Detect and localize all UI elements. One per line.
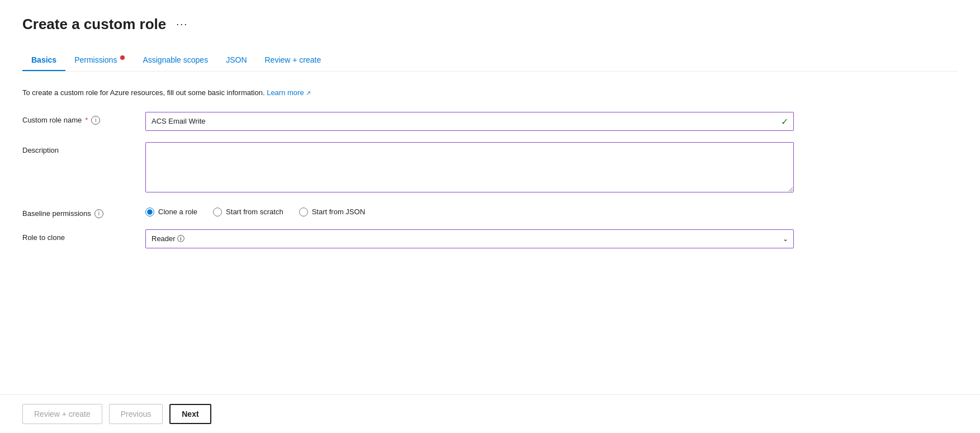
description-control bbox=[145, 142, 794, 194]
next-button[interactable]: Next bbox=[169, 404, 211, 424]
form-description: To create a custom role for Azure resour… bbox=[22, 87, 958, 98]
role-to-clone-control: Reader ⓘ Contributor Owner ⌄ bbox=[145, 229, 794, 248]
role-to-clone-dropdown[interactable]: Reader ⓘ Contributor Owner bbox=[145, 229, 794, 248]
baseline-permissions-label: Baseline permissions i bbox=[22, 205, 145, 218]
review-create-button[interactable]: Review + create bbox=[22, 404, 102, 424]
radio-json[interactable] bbox=[299, 208, 308, 216]
custom-role-name-row: Custom role name * i ✓ bbox=[22, 112, 958, 131]
baseline-permissions-radio-group: Clone a role Start from scratch Start fr… bbox=[145, 205, 794, 216]
description-label: Description bbox=[22, 142, 145, 154]
baseline-permissions-control: Clone a role Start from scratch Start fr… bbox=[145, 205, 794, 216]
external-link-icon: ↗ bbox=[306, 88, 311, 98]
role-to-clone-label: Role to clone bbox=[22, 229, 145, 242]
radio-scratch[interactable] bbox=[213, 208, 222, 216]
description-textarea[interactable] bbox=[145, 142, 794, 192]
custom-role-name-info-icon[interactable]: i bbox=[91, 116, 100, 125]
more-options-button[interactable]: ··· bbox=[173, 17, 191, 31]
learn-more-link[interactable]: Learn more ↗ bbox=[267, 87, 310, 98]
radio-option-json[interactable]: Start from JSON bbox=[299, 208, 365, 216]
radio-option-clone[interactable]: Clone a role bbox=[145, 208, 197, 216]
radio-clone[interactable] bbox=[145, 208, 154, 216]
role-to-clone-row: Role to clone Reader ⓘ Contributor Owner… bbox=[22, 229, 958, 248]
previous-button[interactable]: Previous bbox=[109, 404, 163, 424]
required-indicator: * bbox=[85, 116, 88, 124]
tab-permissions[interactable]: Permissions bbox=[65, 51, 134, 71]
custom-role-name-input[interactable] bbox=[145, 112, 794, 131]
tab-assignable-scopes[interactable]: Assignable scopes bbox=[134, 51, 217, 71]
baseline-permissions-info-icon[interactable]: i bbox=[94, 209, 103, 218]
permissions-dot bbox=[120, 55, 125, 60]
page-title: Create a custom role bbox=[22, 16, 166, 33]
description-row: Description bbox=[22, 142, 958, 194]
tabs-nav: Basics Permissions Assignable scopes JSO… bbox=[22, 51, 958, 72]
tab-review-create[interactable]: Review + create bbox=[256, 51, 330, 71]
footer-bar: Review + create Previous Next bbox=[0, 394, 980, 433]
tab-basics[interactable]: Basics bbox=[22, 51, 65, 71]
tab-json[interactable]: JSON bbox=[217, 51, 255, 71]
custom-role-name-control: ✓ bbox=[145, 112, 794, 131]
baseline-permissions-row: Baseline permissions i Clone a role Star… bbox=[22, 205, 958, 218]
radio-option-scratch[interactable]: Start from scratch bbox=[213, 208, 283, 216]
custom-role-name-label: Custom role name * i bbox=[22, 112, 145, 125]
main-content: To create a custom role for Azure resour… bbox=[22, 87, 958, 433]
valid-check-icon: ✓ bbox=[781, 116, 788, 126]
